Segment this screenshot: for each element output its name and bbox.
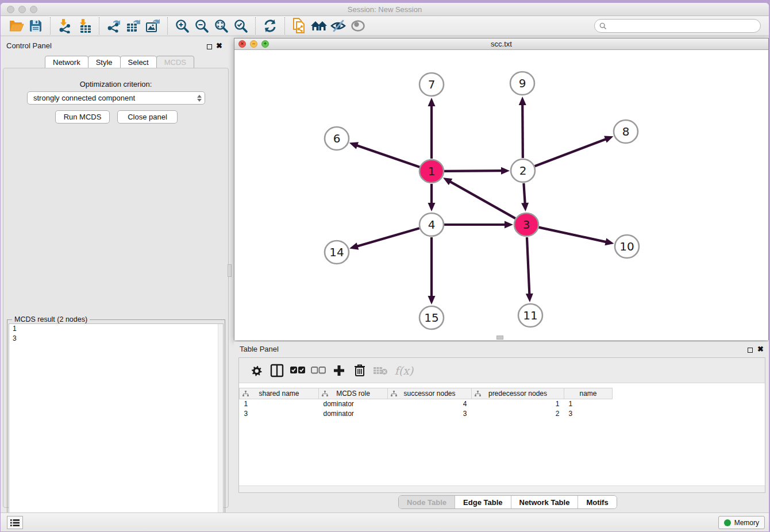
run-mcds-button[interactable]: Run MCDS (55, 110, 110, 124)
home-icon[interactable] (309, 17, 329, 34)
tab-node-table[interactable]: Node Table (399, 496, 455, 508)
close-panel-icon[interactable]: ✖ (216, 41, 222, 50)
table-cell[interactable]: 1 (472, 399, 564, 409)
hide-eye-icon[interactable] (329, 17, 348, 34)
svg-text:8: 8 (622, 125, 630, 138)
svg-text:9: 9 (519, 76, 526, 90)
table-cell[interactable]: 3 (240, 409, 319, 419)
export-table-icon[interactable] (124, 17, 143, 34)
column-header-predecessor-nodes[interactable]: predecessor nodes (472, 388, 564, 399)
delete-rows-icon[interactable] (349, 361, 370, 380)
table-toolbar: f(x) (239, 358, 765, 383)
search-field[interactable] (594, 19, 761, 33)
graph-edge-3-10[interactable] (538, 228, 607, 242)
close-panel-button[interactable]: Close panel (117, 110, 178, 124)
result-scrollbar[interactable] (218, 324, 223, 531)
network-window-titlebar[interactable]: × − + scc.txt (234, 38, 768, 50)
table-cell[interactable]: 3 (564, 409, 613, 419)
import-table-icon[interactable] (75, 17, 94, 34)
table-cell[interactable]: dominator (319, 399, 388, 409)
close-table-panel-icon[interactable]: ✖ (757, 345, 764, 353)
float-table-panel-icon[interactable] (748, 348, 753, 353)
graph-node-4[interactable]: 4 (419, 213, 444, 236)
column-header-MCDS-role[interactable]: MCDS role (319, 388, 388, 399)
graph-edge-3-1[interactable] (449, 181, 515, 218)
zoom-selected-icon[interactable] (231, 17, 251, 34)
memory-button[interactable]: Memory (718, 516, 765, 529)
settings-gear-icon[interactable] (246, 361, 267, 380)
mcds-panel-body: Optimization criterion: strongly connect… (3, 68, 229, 508)
tab-mcds[interactable]: MCDS (156, 56, 194, 68)
select-all-icon[interactable] (287, 361, 308, 380)
task-history-button[interactable] (7, 516, 23, 529)
graph-node-1[interactable]: 1 (419, 160, 444, 183)
table-row[interactable]: 3dominator323 (240, 409, 613, 419)
tab-network-table[interactable]: Network Table (511, 496, 579, 508)
eye-disabled-icon[interactable] (348, 17, 368, 34)
window-title: Session: New Session (1, 5, 769, 14)
save-icon[interactable] (26, 17, 45, 34)
table-viewport[interactable]: shared nameMCDS rolesuccessor nodesprede… (239, 383, 765, 492)
zoom-fit-icon[interactable] (211, 17, 231, 34)
graph-edge-3-11[interactable] (527, 237, 529, 295)
graph-node-3[interactable]: 3 (514, 213, 538, 236)
add-column-icon[interactable] (329, 361, 349, 380)
criterion-dropdown[interactable]: strongly connected component (27, 91, 205, 105)
graph-edge-2-3[interactable] (523, 183, 525, 205)
table-cell[interactable]: 3 (388, 409, 472, 419)
refresh-layout-icon[interactable] (260, 17, 280, 34)
graph-edge-1-2[interactable] (444, 171, 503, 171)
graph-arrowhead (605, 238, 614, 246)
table-row[interactable]: 1dominator411 (240, 399, 613, 409)
table-hscrollbar[interactable] (239, 485, 765, 492)
graph-node-8[interactable]: 8 (614, 120, 638, 143)
zoom-out-icon[interactable] (192, 17, 211, 34)
tab-select[interactable]: Select (120, 56, 157, 68)
network-graph[interactable]: 7968124314101511 (234, 50, 768, 340)
graph-edge-4-14[interactable] (356, 228, 419, 246)
graph-edge-2-9[interactable] (522, 103, 523, 158)
graph-edge-1-6[interactable] (356, 145, 419, 167)
open-folder-icon[interactable] (6, 17, 26, 34)
import-network-icon[interactable] (55, 17, 75, 34)
graph-node-11[interactable]: 11 (518, 304, 542, 327)
tab-style[interactable]: Style (88, 56, 121, 68)
network-canvas[interactable]: 7968124314101511 (234, 50, 768, 340)
node-table[interactable]: shared nameMCDS rolesuccessor nodesprede… (239, 388, 613, 419)
graph-node-10[interactable]: 10 (615, 235, 639, 258)
column-header-name[interactable]: name (564, 388, 613, 399)
search-input[interactable] (609, 22, 760, 30)
splitter-grip[interactable] (228, 264, 232, 277)
canvas-resize-grip[interactable] (496, 336, 503, 340)
mcds-result-list[interactable]: 13 (9, 323, 224, 531)
export-image-icon[interactable] (143, 17, 163, 34)
graph-node-9[interactable]: 9 (510, 72, 534, 95)
zoom-in-icon[interactable] (172, 17, 192, 34)
clone-network-icon[interactable] (290, 17, 309, 34)
graph-edge-2-8[interactable] (535, 138, 607, 166)
svg-text:4: 4 (428, 218, 436, 232)
export-network-icon[interactable] (104, 17, 124, 34)
float-panel-icon[interactable] (207, 44, 212, 49)
tab-motifs[interactable]: Motifs (578, 496, 616, 508)
graph-node-6[interactable]: 6 (325, 127, 349, 150)
graph-node-15[interactable]: 15 (419, 306, 444, 329)
column-header-shared-name[interactable]: shared name (240, 388, 319, 399)
deselect-all-icon[interactable] (308, 361, 329, 380)
tab-network[interactable]: Network (45, 56, 88, 68)
tab-edge-table[interactable]: Edge Table (455, 496, 511, 508)
column-header-successor-nodes[interactable]: successor nodes (388, 388, 472, 399)
svg-text:6: 6 (333, 132, 341, 145)
table-cell[interactable]: 1 (240, 399, 319, 409)
table-cell[interactable]: 1 (564, 399, 613, 409)
table-cell[interactable]: dominator (319, 409, 388, 419)
split-panel-icon[interactable] (267, 361, 287, 380)
graph-node-7[interactable]: 7 (419, 73, 444, 96)
svg-text:3: 3 (523, 218, 530, 232)
graph-node-14[interactable]: 14 (325, 241, 349, 264)
graph-node-2[interactable]: 2 (511, 159, 535, 182)
table-cell[interactable]: 2 (472, 409, 564, 419)
mcds-result-title: MCDS result (2 nodes) (12, 315, 90, 323)
table-cell[interactable]: 4 (388, 399, 472, 409)
graph-arrowhead (519, 97, 526, 105)
